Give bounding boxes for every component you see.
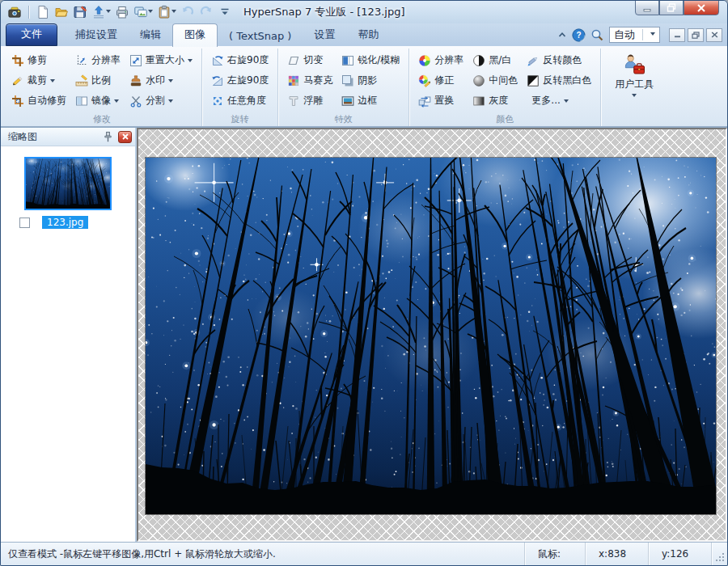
doc-close-button[interactable] xyxy=(706,28,722,42)
sharpen-blur-button[interactable]: 锐化/模糊 xyxy=(338,50,403,70)
zoom-level-select[interactable]: 自动 xyxy=(609,27,660,43)
hypersnap-camera-icon[interactable] xyxy=(6,4,23,20)
minimize-button[interactable] xyxy=(635,0,659,15)
customize-toolbar-button[interactable] xyxy=(216,4,234,20)
mosaic-button[interactable]: 马赛克 xyxy=(284,70,336,91)
open-button[interactable] xyxy=(53,4,70,20)
more-colors-button[interactable]: 更多... xyxy=(523,91,595,111)
thumbnail-filename[interactable]: 123.jpg xyxy=(42,216,88,229)
tab-image[interactable]: 图像 xyxy=(172,23,218,47)
grayscale-button[interactable]: 灰度 xyxy=(469,91,521,111)
document-window-buttons xyxy=(667,28,722,42)
border-button[interactable]: 边框 xyxy=(338,91,403,111)
ribbon-group-旋转: 右旋90度左旋90度任意角度旋转 xyxy=(202,49,278,126)
more-colors-label: 更多... xyxy=(531,94,560,108)
chevron-down-icon xyxy=(114,99,119,105)
ribbon: 修剪裁剪自动修剪分辨率比例镜像重置大小水印分割修改右旋90度左旋90度任意角度旋… xyxy=(1,46,727,127)
redo-button[interactable] xyxy=(197,4,215,20)
thumbnail-image[interactable] xyxy=(24,157,112,210)
split-label: 分割 xyxy=(146,94,165,108)
emboss-button[interactable]: 浮雕 xyxy=(284,91,336,111)
panel-close-button[interactable] xyxy=(118,131,132,143)
resize-grip-icon xyxy=(715,552,725,562)
close-icon xyxy=(696,4,706,12)
emboss-icon xyxy=(287,95,300,108)
shear-icon xyxy=(287,54,300,67)
watermark-label: 水印 xyxy=(146,74,165,87)
dock-pin-button[interactable] xyxy=(102,131,114,143)
capture-upload-button[interactable] xyxy=(90,4,112,20)
undo-button[interactable] xyxy=(179,4,197,20)
color-resolution-button[interactable]: 分辨率 xyxy=(415,50,467,70)
autocrop-button[interactable]: 自动修剪 xyxy=(8,91,70,111)
color-resolution-icon xyxy=(418,54,431,67)
tab-help[interactable]: 帮助 xyxy=(346,24,390,46)
chevron-up-icon xyxy=(557,31,567,39)
rotate-right-button[interactable]: 右旋90度 xyxy=(208,50,272,70)
zoom-tool-button[interactable] xyxy=(590,28,604,42)
user-tools-label: 用户工具 xyxy=(615,78,654,91)
resize-button[interactable]: 重置大小 xyxy=(126,50,196,70)
help-button[interactable]: ? xyxy=(572,28,586,42)
restore-icon xyxy=(667,3,676,12)
free-rotate-label: 任意角度 xyxy=(227,94,266,108)
free-rotate-icon xyxy=(211,95,224,108)
canvas[interactable] xyxy=(137,128,727,542)
watermark-icon xyxy=(129,74,142,87)
ribbon-group-user-tools: 用户工具 xyxy=(601,49,667,126)
shadow-button[interactable]: 阴影 xyxy=(338,70,403,91)
save-button[interactable] xyxy=(71,4,89,20)
invert-colors-button[interactable]: 反转颜色 xyxy=(523,50,595,70)
trim-pencil-icon xyxy=(11,74,24,87)
mirror-button[interactable]: 镜像 xyxy=(72,91,124,111)
tabrow-right-controls: ? 自动 xyxy=(557,27,722,46)
trim-button[interactable]: 裁剪 xyxy=(8,70,70,91)
collapse-ribbon-button[interactable] xyxy=(557,31,567,39)
color-resolution-label: 分辨率 xyxy=(434,53,463,67)
invert-bw-button[interactable]: 反转黑白色 xyxy=(523,70,595,91)
split-button[interactable]: 分割 xyxy=(126,91,196,111)
minimize-icon xyxy=(642,4,652,12)
color-fix-label: 修正 xyxy=(434,74,454,87)
border-icon xyxy=(341,95,354,108)
crop-button[interactable]: 修剪 xyxy=(8,50,70,70)
tab-settings[interactable]: 设置 xyxy=(303,24,346,46)
tab-file[interactable]: 文件 xyxy=(6,23,57,46)
group-label: 旋转 xyxy=(202,113,277,125)
chevron-down-icon xyxy=(106,10,111,15)
tab-edit[interactable]: 编辑 xyxy=(129,24,172,46)
chevron-down-icon xyxy=(50,79,55,85)
rotate-left-button[interactable]: 左旋90度 xyxy=(208,70,272,91)
tab-capture-settings[interactable]: 捕捉设置 xyxy=(64,24,129,46)
shear-button[interactable]: 切变 xyxy=(284,50,336,70)
capture-upload-icon xyxy=(91,5,106,19)
midtone-button[interactable]: 中间色 xyxy=(469,70,521,91)
watermark-button[interactable]: 水印 xyxy=(126,70,196,91)
new-button[interactable] xyxy=(34,4,52,20)
mirror-icon xyxy=(75,95,88,108)
tab-textsnap[interactable]: ( TextSnap ) xyxy=(218,27,303,46)
thumbnail-checkbox[interactable] xyxy=(19,218,30,228)
pin-icon xyxy=(102,131,114,143)
thumbnail-row: 123.jpg xyxy=(1,216,135,229)
close-button[interactable] xyxy=(684,0,719,15)
sharpen-blur-label: 锐化/模糊 xyxy=(358,53,400,67)
resolution-button[interactable]: 分辨率 xyxy=(72,50,124,70)
black-white-button[interactable]: 黑/白 xyxy=(469,50,521,70)
photo-image[interactable] xyxy=(146,158,716,514)
scale-button[interactable]: 比例 xyxy=(72,70,124,91)
doc-minimize-button[interactable] xyxy=(669,28,685,42)
restore-button[interactable] xyxy=(659,0,684,15)
user-tools-icon xyxy=(622,53,646,77)
shear-label: 切变 xyxy=(303,53,323,67)
print-button[interactable] xyxy=(113,4,131,20)
status-mouse-y: y:126 xyxy=(648,543,711,565)
resize-grip[interactable] xyxy=(711,543,727,565)
user-tools-button[interactable]: 用户工具 xyxy=(607,50,662,99)
paste-button[interactable] xyxy=(155,4,178,20)
free-rotate-button[interactable]: 任意角度 xyxy=(208,91,272,111)
doc-restore-button[interactable] xyxy=(688,28,704,42)
replace-button[interactable]: 置换 xyxy=(415,91,467,111)
color-fix-button[interactable]: 修正 xyxy=(415,70,467,91)
window-capture-button[interactable] xyxy=(132,4,154,20)
